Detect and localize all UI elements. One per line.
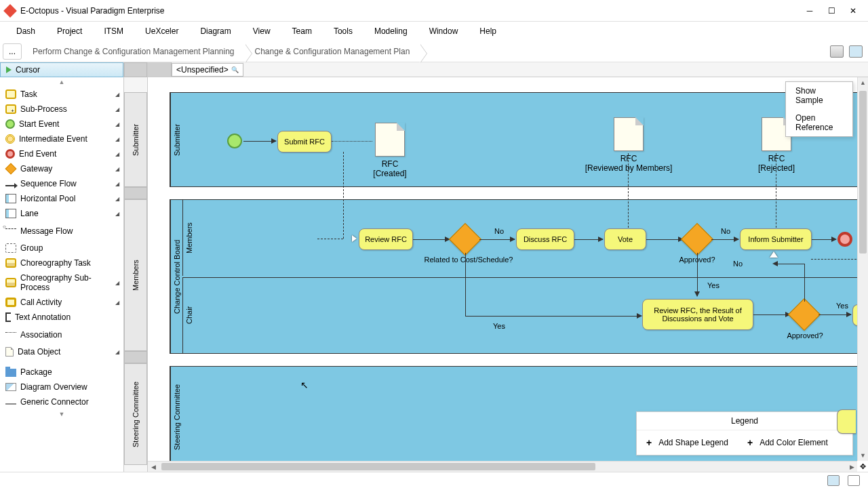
task-discuss-rfc[interactable]: Discuss RFC	[516, 228, 574, 250]
palette-intev[interactable]: Intermediate Event◢	[0, 131, 123, 146]
close-button[interactable]: ✕	[849, 7, 857, 15]
minimize-button[interactable]: ─	[806, 7, 814, 15]
edge-vote-gate2[interactable]	[646, 239, 683, 240]
palette-collapse-down[interactable]: ▼	[0, 409, 123, 419]
menu-modeling[interactable]: Modeling	[363, 24, 418, 39]
assoc-submit-doc[interactable]	[332, 141, 372, 142]
edge-inform-end[interactable]	[812, 239, 836, 240]
palette-data[interactable]: Data Object◢	[0, 344, 123, 359]
msg-submit-review-h[interactable]	[317, 239, 343, 239]
menu-project[interactable]: Project	[46, 24, 93, 39]
palette-call[interactable]: Call Activity◢	[0, 295, 123, 310]
palette-pkg[interactable]: Package	[0, 365, 123, 380]
palette-anno[interactable]: Text Annotation	[0, 310, 123, 325]
task-review-rfc[interactable]: Review RFC	[359, 228, 413, 250]
gateway-approved-2[interactable]	[788, 298, 821, 331]
vertical-scrollbar[interactable]: ▲ ▼	[857, 77, 868, 461]
legend-panel[interactable]: Legend +Add Shape Legend +Add Color Elem…	[636, 411, 853, 455]
edge-review2-gate3[interactable]	[753, 314, 790, 315]
gateway-approved-1[interactable]	[681, 223, 713, 256]
palette-endev[interactable]: End Event◢	[0, 146, 123, 161]
start-event[interactable]	[227, 134, 242, 148]
palette-msgflow[interactable]: Message Flow	[0, 221, 123, 241]
diagram-canvas[interactable]: Submitter Submit RFC RFC[Created] RFC[Re…	[148, 77, 857, 461]
vscroll-down[interactable]: ▼	[858, 450, 868, 461]
task-submit-rfc[interactable]: Submit RFC	[277, 131, 332, 152]
doc-rfc-reviewed[interactable]	[614, 117, 644, 151]
doc-rfc-created[interactable]	[375, 123, 405, 157]
assoc-vote-reviewed[interactable]	[628, 153, 629, 228]
palette-startev[interactable]: Start Event◢	[0, 117, 123, 131]
edge-gate3-no-h[interactable]	[776, 264, 804, 264]
gateway-cost[interactable]	[449, 223, 481, 256]
pool-ccb[interactable]: Change Control Board Members Chair Revie…	[170, 199, 857, 354]
menu-help[interactable]: Help	[469, 24, 507, 39]
edge-cost-yes-v[interactable]	[465, 253, 466, 317]
task-inform-submitter[interactable]: Inform Submitter	[740, 228, 812, 250]
hruler-unspecified[interactable]: <Unspecified>🔍	[172, 63, 243, 77]
view-mode-icon-1[interactable]	[830, 45, 844, 58]
palette-gate[interactable]: Gateway◢	[0, 161, 123, 176]
menu-tools[interactable]: Tools	[323, 24, 363, 39]
menu-dash[interactable]: Dash	[5, 24, 46, 39]
palette-assoc[interactable]: Association	[0, 325, 123, 344]
palette-sub[interactable]: Sub-Process◢	[0, 102, 123, 117]
palette-lane[interactable]: Lane◢	[0, 206, 123, 221]
palette-choreo[interactable]: Choreography Task	[0, 256, 123, 270]
menu-diagram[interactable]: Diagram	[189, 24, 241, 39]
hscroll-right[interactable]: ▶	[846, 462, 857, 472]
ctx-open-reference[interactable]: Open Reference	[786, 109, 852, 136]
palette-cursor[interactable]: Cursor	[0, 62, 123, 77]
edge-gate-discuss[interactable]	[479, 239, 515, 240]
ruler-lane-members[interactable]: Members	[124, 199, 147, 351]
end-event-1[interactable]	[837, 232, 852, 247]
palette-choreo[interactable]: Choreography Sub-Process◢	[0, 270, 123, 295]
palette-over[interactable]: Diagram Overview	[0, 380, 123, 394]
edge-gate2-inform[interactable]	[711, 239, 738, 240]
horizontal-scrollbar[interactable]: ◀ ▶	[148, 461, 857, 472]
vscroll-thumb[interactable]	[859, 91, 867, 253]
palette-collapse-up[interactable]: ▲	[0, 77, 123, 87]
task-partial-fo[interactable]: Fo	[852, 304, 857, 326]
hscroll-left[interactable]: ◀	[148, 462, 159, 472]
ruler-lane-steering[interactable]: Steering Committee	[124, 363, 147, 465]
edge-discuss-vote[interactable]	[574, 239, 603, 240]
scroll-corner-move-icon[interactable]: ✥	[857, 461, 868, 472]
edge-cost-yes-h[interactable]	[465, 316, 642, 317]
palette-pool[interactable]: Horizontal Pool◢	[0, 191, 123, 206]
palette-seqflow[interactable]: Sequence Flow◢	[0, 176, 123, 191]
legend-add-color[interactable]: +Add Color Element	[738, 430, 837, 455]
menu-team[interactable]: Team	[281, 24, 323, 39]
edge-gate3-no-v[interactable]	[804, 264, 805, 302]
ctx-show-sample[interactable]: Show Sample	[786, 82, 852, 109]
msg-submit-review-v[interactable]	[343, 152, 344, 239]
hscroll-thumb[interactable]	[161, 463, 595, 470]
msg-inform-out[interactable]	[811, 259, 857, 260]
menu-view[interactable]: View	[242, 24, 281, 39]
menu-uexceler[interactable]: UeXceler	[134, 24, 189, 39]
task-review-result[interactable]: Review RFC, the Result of Discussions an…	[642, 299, 753, 330]
edge-review-gate[interactable]	[413, 239, 450, 240]
pool-submitter[interactable]: Submitter Submit RFC RFC[Created] RFC[Re…	[170, 92, 857, 187]
legend-add-shape[interactable]: +Add Shape Legend	[637, 430, 738, 455]
menu-window[interactable]: Window	[418, 24, 469, 39]
edge-appr1-yes[interactable]	[697, 253, 698, 296]
vscroll-up[interactable]: ▲	[858, 77, 868, 88]
palette-group[interactable]: Group	[0, 241, 123, 256]
edge-gate3-yes[interactable]	[818, 314, 851, 315]
maximize-button[interactable]: ☐	[827, 7, 835, 15]
ruler-lane-submitter[interactable]: Submitter	[124, 92, 147, 187]
breadcrumb-2[interactable]: Change & Configuration Management Plan	[247, 44, 422, 59]
status-icon-1[interactable]	[827, 475, 840, 486]
palette-task[interactable]: Task◢	[0, 87, 123, 102]
view-mode-icon-2[interactable]	[849, 45, 863, 58]
edge-start-submit[interactable]	[243, 141, 276, 142]
status-icon-2[interactable]	[848, 475, 860, 486]
task-vote[interactable]: Vote	[604, 228, 646, 250]
breadcrumb-1[interactable]: Perform Change & Configuration Managemen…	[24, 44, 247, 59]
assoc-inform-rejected[interactable]	[776, 153, 776, 228]
task-clipped-legend[interactable]	[837, 409, 856, 434]
breadcrumb-root[interactable]: ...	[3, 43, 22, 60]
menu-itsm[interactable]: ITSM	[93, 24, 134, 39]
palette-gconn[interactable]: Generic Connector	[0, 394, 123, 409]
